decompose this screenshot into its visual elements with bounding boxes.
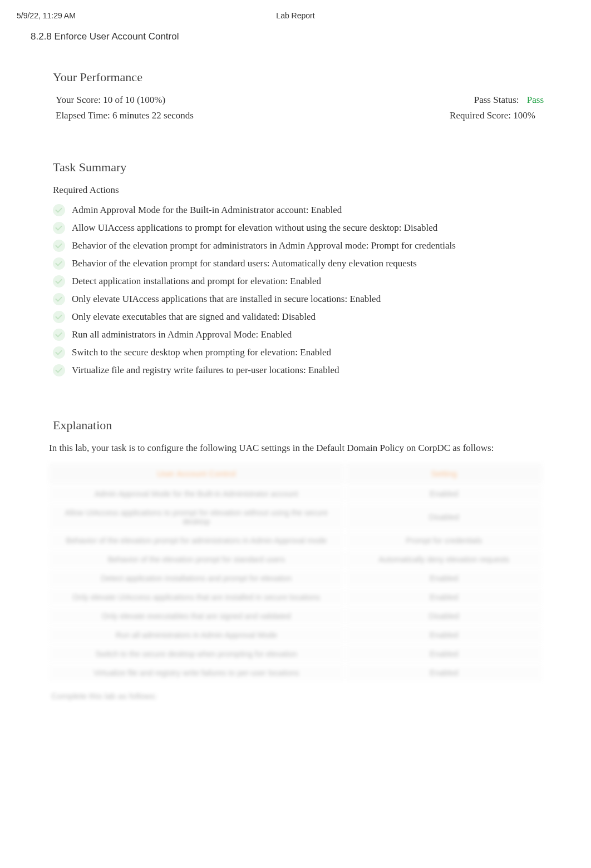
uac-cell: Only elevate executables that are signed… [48,607,344,625]
uac-cell: Detect application installations and pro… [48,569,344,587]
required-actions-label: Required Actions [53,185,552,196]
report-title: Lab Report [203,11,388,20]
pass-status-label: Pass Status: [474,95,519,105]
explanation-panel: Explanation In this lab, your task is to… [31,404,560,706]
elapsed-time: Elapsed Time: 6 minutes 22 seconds [56,110,194,121]
timestamp: 5/9/22, 11:29 AM [17,11,203,20]
time-row: Elapsed Time: 6 minutes 22 seconds Requi… [39,110,552,121]
action-item: Behavior of the elevation prompt for adm… [53,237,552,255]
action-text: Run all administrators in Admin Approval… [72,329,292,340]
action-text: Behavior of the elevation prompt for adm… [72,240,456,251]
action-text: Allow UIAccess applications to prompt fo… [72,222,437,234]
task-summary-panel: Task Summary Required Actions Admin Appr… [31,146,560,396]
table-row: Behavior of the elevation prompt for sta… [48,550,543,568]
performance-heading: Your Performance [53,70,552,85]
check-icon [53,329,65,341]
action-text: Virtualize file and registry write failu… [72,365,339,376]
action-item: Allow UIAccess applications to prompt fo… [53,219,552,237]
uac-cell: Virtualize file and registry write failu… [48,664,344,682]
setting-cell: Disabled [346,607,543,625]
setting-cell: Enabled [346,485,543,503]
action-item: Admin Approval Mode for the Built-in Adm… [53,201,552,219]
action-item: Switch to the secure desktop when prompt… [53,344,552,361]
table-row: Admin Approval Mode for the Built-in Adm… [48,485,543,503]
table-row: Switch to the secure desktop when prompt… [48,645,543,663]
action-item: Detect application installations and pro… [53,272,552,290]
pass-status: Pass Status: Pass [474,95,544,106]
check-icon [53,275,65,287]
pass-status-value: Pass [527,95,544,105]
page-header: 5/9/22, 11:29 AM Lab Report [17,11,574,20]
table-row: Only elevate executables that are signed… [48,607,543,625]
uac-cell: Switch to the secure desktop when prompt… [48,645,344,663]
required-score: Required Score: 100% [450,110,535,121]
check-icon [53,293,65,305]
setting-cell: Disabled [346,504,543,530]
action-item: Virtualize file and registry write failu… [53,361,552,379]
uac-cell: Only elevate UIAccess applications that … [48,588,344,606]
action-text: Switch to the secure desktop when prompt… [72,347,331,358]
score-row: Your Score: 10 of 10 (100%) Pass Status:… [39,95,552,106]
setting-cell: Automatically deny elevation requests [346,550,543,568]
action-item: Behavior of the elevation prompt for sta… [53,255,552,272]
check-icon [53,204,65,216]
check-icon [53,257,65,270]
check-icon [53,346,65,359]
action-text: Detect application installations and pro… [72,276,321,287]
task-summary-heading: Task Summary [53,160,552,175]
table-row: Allow UIAccess applications to prompt fo… [48,504,543,530]
action-item: Only elevate UIAccess applications that … [53,290,552,308]
action-text: Only elevate executables that are signed… [72,311,316,323]
table-header-setting: Setting [346,463,543,484]
table-header-uac: User Account Control [48,463,344,484]
table-header-row: User Account Control Setting [48,463,543,484]
check-icon [53,222,65,234]
setting-cell: Enabled [346,645,543,663]
action-item: Run all administrators in Admin Approval… [53,326,552,344]
setting-cell: Enabled [346,626,543,644]
uac-cell: Behavior of the elevation prompt for adm… [48,532,344,549]
uac-cell: Run all administrators in Admin Approval… [48,626,344,644]
setting-cell: Enabled [346,664,543,682]
action-list: Admin Approval Mode for the Built-in Adm… [39,201,552,379]
action-text: Behavior of the elevation prompt for sta… [72,258,417,269]
explanation-intro: In this lab, your task is to configure t… [49,443,552,454]
section-title: 8.2.8 Enforce User Account Control [31,31,574,42]
setting-cell: Enabled [346,569,543,587]
performance-panel: Your Performance Your Score: 10 of 10 (1… [31,56,560,138]
uac-cell: Admin Approval Mode for the Built-in Adm… [48,485,344,503]
action-item: Only elevate executables that are signed… [53,308,552,326]
check-icon [53,311,65,323]
table-row: Detect application installations and pro… [48,569,543,587]
table-row: Virtualize file and registry write failu… [48,664,543,682]
check-icon [53,240,65,252]
setting-cell: Enabled [346,588,543,606]
uac-settings-table: User Account Control Setting Admin Appro… [47,462,544,683]
uac-cell: Behavior of the elevation prompt for sta… [48,550,344,568]
uac-cell: Allow UIAccess applications to prompt fo… [48,504,344,530]
check-icon [53,364,65,376]
action-text: Only elevate UIAccess applications that … [72,294,381,305]
table-row: Behavior of the elevation prompt for adm… [48,532,543,549]
score-value: Your Score: 10 of 10 (100%) [56,95,165,106]
explanation-footer: Complete this lab as follows: [51,691,552,701]
action-text: Admin Approval Mode for the Built-in Adm… [72,205,342,216]
setting-cell: Prompt for credentials [346,532,543,549]
table-row: Only elevate UIAccess applications that … [48,588,543,606]
explanation-heading: Explanation [53,418,552,433]
table-row: Run all administrators in Admin Approval… [48,626,543,644]
